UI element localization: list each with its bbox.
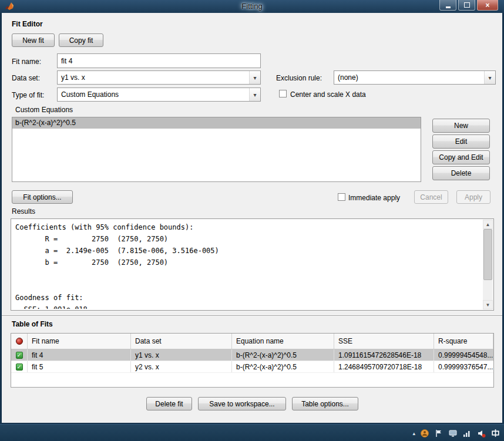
tray-network-icon[interactable] bbox=[462, 429, 472, 438]
cell-fit-name[interactable]: fit 5 bbox=[28, 361, 131, 372]
maximize-button[interactable] bbox=[458, 0, 475, 11]
taskbar[interactable]: ▴ bbox=[0, 424, 504, 441]
fit-editor-section-title: Fit Editor bbox=[12, 20, 43, 28]
fit-name-input[interactable] bbox=[57, 53, 261, 68]
table-of-fits: Fit name Data set Equation name SSE R-sq… bbox=[11, 333, 494, 388]
action-center-flag-icon[interactable] bbox=[434, 429, 443, 438]
column-header-sse[interactable]: SSE bbox=[334, 334, 434, 349]
type-of-fit-value: Custom Equations bbox=[58, 90, 249, 99]
copy-fit-button[interactable]: Copy fit bbox=[59, 33, 103, 47]
table-options-button[interactable]: Table options... bbox=[292, 397, 358, 410]
equation-new-button[interactable]: New bbox=[432, 119, 490, 133]
results-scrollbar[interactable]: ▲ ▼ bbox=[483, 220, 493, 309]
center-scale-label: Center and scale X data bbox=[290, 90, 366, 99]
apply-button[interactable]: Apply bbox=[456, 190, 490, 204]
exclusion-rule-value: (none) bbox=[334, 73, 484, 82]
type-of-fit-select[interactable]: Custom Equations ▾ bbox=[57, 87, 261, 102]
data-set-label: Data set: bbox=[12, 74, 40, 82]
column-header-equation-name[interactable]: Equation name bbox=[232, 334, 334, 349]
section-divider bbox=[2, 315, 502, 317]
cell-sse[interactable]: 1.2468495709720718E-18 bbox=[334, 361, 434, 372]
tray-display-icon[interactable] bbox=[448, 429, 458, 438]
cell-data-set[interactable]: y2 vs. x bbox=[131, 361, 232, 372]
plot-toggle-cell[interactable]: ✓ bbox=[11, 361, 28, 372]
table-row[interactable]: ✓ fit 5 y2 vs. x b-(R^2-(x-a)^2)^0.5 1.2… bbox=[11, 361, 493, 373]
equation-delete-button[interactable]: Delete bbox=[432, 166, 490, 180]
cell-data-set[interactable]: y1 vs. x bbox=[131, 349, 232, 361]
column-header-data-set[interactable]: Data set bbox=[131, 334, 232, 349]
immediate-apply-label: Immediate apply bbox=[348, 194, 400, 202]
delete-fit-button[interactable]: Delete fit bbox=[146, 397, 192, 410]
scrollbar-thumb[interactable] bbox=[483, 229, 492, 280]
table-header-row: Fit name Data set Equation name SSE R-sq… bbox=[11, 334, 493, 349]
save-to-workspace-button[interactable]: Save to workspace... bbox=[198, 397, 286, 410]
chevron-down-icon[interactable]: ▾ bbox=[484, 71, 495, 84]
scrollbar-track[interactable] bbox=[483, 229, 493, 300]
fit-name-label: Fit name: bbox=[12, 58, 41, 66]
immediate-apply-checkbox[interactable] bbox=[338, 193, 345, 201]
type-of-fit-label: Type of fit: bbox=[12, 91, 44, 99]
list-item[interactable]: b-(R^2-(x-a)^2)^0.5 bbox=[12, 117, 421, 129]
tray-user-icon[interactable] bbox=[420, 429, 429, 438]
plot-column-header[interactable] bbox=[11, 334, 28, 349]
new-fit-button[interactable]: New fit bbox=[12, 33, 55, 47]
results-text: Coefficients (with 95% confidence bounds… bbox=[15, 221, 479, 309]
system-tray: ▴ bbox=[412, 425, 500, 441]
cell-sse[interactable]: 1.0911615472628546E-18 bbox=[334, 349, 434, 361]
window-title: Fitting bbox=[0, 2, 504, 11]
custom-equations-label: Custom Equations bbox=[15, 106, 73, 114]
close-icon: × bbox=[485, 2, 489, 9]
center-scale-checkbox[interactable] bbox=[279, 90, 287, 97]
results-panel: Coefficients (with 95% confidence bounds… bbox=[11, 218, 494, 311]
fitting-window-body: Fit Editor New fit Copy fit Fit name: Da… bbox=[2, 13, 502, 423]
cell-r-square[interactable]: 0.99999376547... bbox=[434, 361, 493, 372]
equation-copy-edit-button[interactable]: Copy and Edit bbox=[432, 150, 490, 164]
column-header-r-square[interactable]: R-square bbox=[434, 334, 493, 349]
minimize-button[interactable] bbox=[439, 0, 456, 11]
data-set-select[interactable]: y1 vs. x ▾ bbox=[57, 70, 261, 85]
table-row[interactable]: ✓ fit 4 y1 vs. x b-(R^2-(x-a)^2)^0.5 1.0… bbox=[11, 349, 493, 361]
custom-equations-list[interactable]: b-(R^2-(x-a)^2)^0.5 bbox=[12, 117, 421, 182]
cancel-button[interactable]: Cancel bbox=[414, 190, 448, 204]
cell-equation-name[interactable]: b-(R^2-(x-a)^2)^0.5 bbox=[232, 349, 334, 361]
close-button[interactable]: × bbox=[477, 0, 498, 11]
chevron-down-icon[interactable]: ▾ bbox=[249, 71, 260, 84]
plot-column-icon bbox=[16, 338, 23, 345]
scroll-up-icon[interactable]: ▲ bbox=[483, 220, 493, 229]
data-set-value: y1 vs. x bbox=[58, 73, 249, 82]
fit-check-icon: ✓ bbox=[16, 363, 23, 371]
maximize-icon bbox=[464, 2, 470, 8]
exclusion-rule-select[interactable]: (none) ▾ bbox=[334, 70, 496, 85]
language-indicator-icon[interactable] bbox=[490, 428, 500, 438]
plot-toggle-cell[interactable]: ✓ bbox=[11, 349, 28, 361]
results-label: Results bbox=[12, 207, 35, 216]
chevron-down-icon[interactable]: ▾ bbox=[249, 88, 260, 101]
minimize-icon bbox=[446, 6, 451, 8]
window-controls: × bbox=[439, 0, 498, 11]
exclusion-rule-label: Exclusion rule: bbox=[276, 74, 322, 82]
fit-check-icon: ✓ bbox=[16, 352, 23, 359]
cell-equation-name[interactable]: b-(R^2-(x-a)^2)^0.5 bbox=[232, 361, 334, 372]
column-header-fit-name[interactable]: Fit name bbox=[28, 334, 131, 349]
show-hidden-icons-chevron-icon[interactable]: ▴ bbox=[412, 430, 415, 436]
cell-r-square[interactable]: 0.99999454548... bbox=[434, 349, 493, 361]
title-bar: Fitting × bbox=[0, 0, 504, 13]
cell-fit-name[interactable]: fit 4 bbox=[28, 349, 131, 361]
scroll-down-icon[interactable]: ▼ bbox=[483, 300, 493, 309]
equation-edit-button[interactable]: Edit bbox=[432, 134, 490, 149]
screen: Fitting × Fit Editor New fit Copy fit Fi… bbox=[0, 0, 504, 441]
fit-options-button[interactable]: Fit options... bbox=[12, 190, 73, 204]
tray-volume-icon[interactable] bbox=[476, 429, 486, 438]
table-of-fits-section-title: Table of Fits bbox=[12, 320, 53, 328]
